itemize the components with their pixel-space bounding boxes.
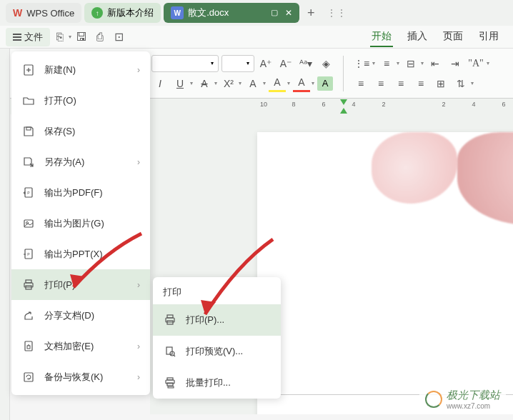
clear-formatting-button[interactable]: ◈ bbox=[317, 55, 334, 72]
tab-reference[interactable]: 引用 bbox=[477, 27, 500, 47]
ruler-mark: 2 bbox=[377, 101, 390, 108]
menu-item-label: 输出为图片(G) bbox=[44, 217, 104, 230]
strike-button[interactable]: A bbox=[196, 75, 213, 92]
numbered-list-button[interactable]: ≡ bbox=[378, 55, 395, 72]
text-effects-button[interactable]: A bbox=[244, 75, 262, 92]
tb-new-icon[interactable]: ⎘ bbox=[51, 29, 69, 46]
menu-item-new[interactable]: 新建(N) › bbox=[11, 54, 150, 85]
ppt-export-icon: P bbox=[21, 247, 36, 261]
align-left-button[interactable]: ≡ bbox=[352, 75, 369, 92]
tb-print-icon[interactable]: ⎙ bbox=[91, 29, 109, 46]
tab-active-document[interactable]: W 散文.docx ▢ ✕ bbox=[164, 3, 299, 23]
share-icon bbox=[21, 309, 36, 323]
print-icon bbox=[21, 278, 36, 292]
italic-button[interactable]: I bbox=[151, 75, 169, 92]
svg-rect-25 bbox=[168, 386, 174, 388]
menu-item-save-as[interactable]: 另存为(A) › bbox=[11, 146, 150, 177]
tab-close-icon[interactable]: ✕ bbox=[285, 8, 292, 18]
menu-item-backup[interactable]: 备份与恢复(K) › bbox=[11, 361, 150, 392]
menu-item-export-ppt[interactable]: P 输出为PPT(X) bbox=[11, 239, 150, 269]
svg-rect-8 bbox=[25, 249, 32, 259]
ruler-mark: 8 bbox=[287, 101, 300, 108]
menu-item-export-pdf[interactable]: P 输出为PDF(F) bbox=[11, 177, 150, 208]
submenu-header: 打印 bbox=[153, 277, 281, 304]
menu-item-label: 文档加密(E) bbox=[44, 340, 94, 353]
svg-point-7 bbox=[26, 221, 29, 224]
highlight-button[interactable]: A bbox=[269, 75, 286, 92]
folder-open-icon bbox=[21, 94, 36, 108]
tb-save-icon[interactable]: 🖫 bbox=[73, 29, 90, 46]
font-family-dropdown[interactable]: ▾ bbox=[151, 55, 219, 72]
decrease-indent-button[interactable]: ⇤ bbox=[427, 55, 444, 72]
font-decrease-button[interactable]: A⁻ bbox=[277, 55, 294, 72]
menu-item-share[interactable]: 分享文档(D) bbox=[11, 300, 150, 331]
distribute-button[interactable]: ⊞ bbox=[432, 75, 449, 92]
word-doc-icon: W bbox=[171, 6, 184, 19]
superscript-button[interactable]: X² bbox=[220, 75, 237, 92]
file-menu-button[interactable]: 文件 bbox=[6, 28, 50, 46]
tab-wps-label: WPS Office bbox=[26, 8, 74, 19]
underline-button[interactable]: U bbox=[171, 75, 189, 92]
image-export-icon bbox=[21, 216, 36, 231]
svg-rect-19 bbox=[166, 347, 172, 354]
menu-item-open[interactable]: 打开(O) bbox=[11, 85, 150, 116]
file-menu-dropdown: 新建(N) › 打开(O) 保存(S) 另存为(A) › P 输出为PDF(F)… bbox=[11, 51, 150, 395]
align-justify-button[interactable]: ≡ bbox=[412, 75, 429, 92]
align-right-button[interactable]: ≡ bbox=[392, 75, 409, 92]
tab-wps-office[interactable]: W WPS Office bbox=[6, 3, 81, 23]
submenu-item-preview[interactable]: 打印预览(V)... bbox=[153, 336, 281, 367]
menu-item-label: 输出为PPT(X) bbox=[44, 248, 103, 261]
watermark-logo-icon bbox=[425, 391, 442, 408]
multilevel-list-button[interactable]: ⊟ bbox=[402, 55, 419, 72]
hamburger-icon bbox=[13, 34, 21, 41]
heading-style-button[interactable]: "A" bbox=[467, 55, 485, 72]
increase-indent-button[interactable]: ⇥ bbox=[447, 55, 464, 72]
watermark-text: 极光下载站 bbox=[447, 389, 500, 402]
font-size-dropdown[interactable]: ▾ bbox=[221, 55, 254, 72]
shading-button[interactable]: A bbox=[317, 76, 333, 91]
menu-item-export-image[interactable]: 输出为图片(G) bbox=[11, 208, 150, 239]
page-decoration bbox=[372, 132, 513, 218]
change-case-button[interactable]: ᴬᵃ▾ bbox=[297, 55, 314, 72]
submenu-item-batch-print[interactable]: 批量打印... bbox=[153, 367, 281, 399]
menu-item-save[interactable]: 保存(S) bbox=[11, 116, 150, 146]
ruler-mark: 6 bbox=[497, 101, 510, 108]
font-increase-button[interactable]: A⁺ bbox=[257, 55, 274, 72]
svg-rect-11 bbox=[24, 283, 33, 287]
svg-rect-12 bbox=[26, 286, 31, 289]
print-icon bbox=[163, 313, 177, 327]
chevron-right-icon: › bbox=[137, 372, 140, 382]
page[interactable] bbox=[257, 132, 513, 414]
add-tab-button[interactable]: + bbox=[302, 4, 319, 21]
bullet-list-button[interactable]: ⋮≡ bbox=[352, 55, 371, 72]
svg-rect-17 bbox=[166, 318, 174, 322]
svg-rect-10 bbox=[26, 280, 31, 283]
tab-page[interactable]: 页面 bbox=[442, 27, 464, 47]
svg-rect-16 bbox=[167, 315, 173, 318]
line-spacing-button[interactable]: ⇅ bbox=[452, 75, 469, 92]
tab-doc-label: 散文.docx bbox=[188, 6, 229, 19]
watermark: 极光下载站 www.xz7.com bbox=[419, 386, 506, 413]
print-preview-icon bbox=[163, 344, 177, 359]
ruler-mark: 4 bbox=[467, 101, 480, 108]
align-center-button[interactable]: ≡ bbox=[372, 75, 389, 92]
title-bar: W WPS Office ↑ 新版本介绍 W 散文.docx ▢ ✕ + ⋮⋮ bbox=[0, 0, 513, 26]
save-as-icon bbox=[21, 155, 36, 169]
menu-item-print[interactable]: 打印(P) › bbox=[11, 269, 150, 300]
font-color-button[interactable]: A bbox=[293, 75, 310, 92]
hanging-indent-marker[interactable] bbox=[340, 108, 347, 114]
upgrade-icon: ↑ bbox=[91, 7, 103, 19]
submenu-item-print[interactable]: 打印(P)... bbox=[153, 304, 281, 336]
caret-down-icon[interactable]: ▾ bbox=[69, 34, 71, 40]
tb-preview-icon[interactable]: ⊡ bbox=[110, 29, 127, 46]
svg-rect-15 bbox=[24, 373, 33, 381]
tab-start[interactable]: 开始 bbox=[370, 27, 393, 47]
tab-insert[interactable]: 插入 bbox=[406, 27, 429, 47]
print-submenu: 打印 打印(P)... 打印预览(V)... 批量打印... bbox=[153, 277, 281, 399]
tab-new-version[interactable]: ↑ 新版本介绍 bbox=[84, 3, 161, 23]
svg-point-20 bbox=[170, 351, 174, 356]
svg-rect-3 bbox=[26, 127, 31, 130]
batch-print-icon bbox=[163, 376, 177, 390]
tab-window-icon[interactable]: ▢ bbox=[271, 8, 278, 18]
menu-item-encrypt[interactable]: 文档加密(E) › bbox=[11, 331, 150, 361]
